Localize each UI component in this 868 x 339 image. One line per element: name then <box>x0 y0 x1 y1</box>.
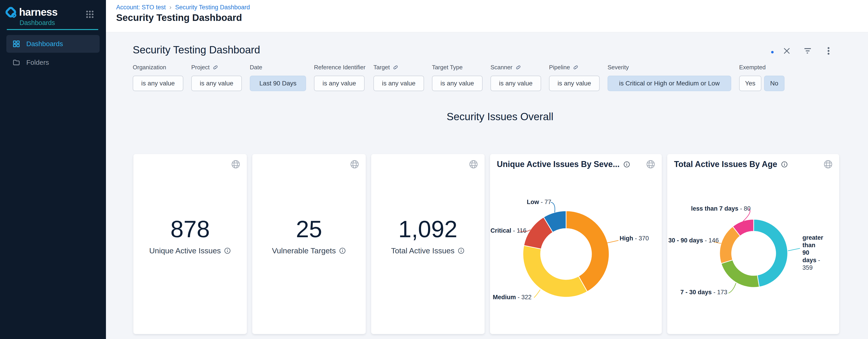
filter-option-yes[interactable]: Yes <box>739 76 762 91</box>
donut-label-high: High - 370 <box>620 235 649 242</box>
filter-label: Pipeline <box>549 63 600 72</box>
harness-logo-icon[interactable] <box>5 7 18 19</box>
cards-row: 878Unique Active Issues25Vulnerable Targ… <box>133 154 839 334</box>
brand-underline <box>7 29 98 30</box>
stat-card-unique-active-issues: 878Unique Active Issues <box>133 154 247 334</box>
donut-label-greater-than-90-days: greater than 90 days - 359 <box>802 234 823 272</box>
filter-icon[interactable] <box>803 46 812 55</box>
filter-organization: Organizationis any value <box>133 63 183 91</box>
donut-slice-medium[interactable] <box>523 245 587 297</box>
filter-reference-identifier: Reference Identifieris any value <box>314 63 366 91</box>
filter-date: DateLast 90 Days <box>250 63 306 91</box>
stat-label: Vulnerable Targets <box>252 246 366 255</box>
info-icon[interactable] <box>339 247 346 254</box>
folder-icon <box>12 58 21 66</box>
donut-slice-greater-than-90-days[interactable] <box>754 219 788 287</box>
sidebar-item-label: Folders <box>26 59 49 66</box>
cursor-dot <box>771 51 774 53</box>
breadcrumb: Account: STO test › Security Testing Das… <box>116 4 250 11</box>
module-grid-icon[interactable] <box>85 9 95 19</box>
sidebar-item-folders[interactable]: Folders <box>6 54 100 72</box>
breadcrumb-account-link[interactable]: Account: STO test <box>116 4 166 11</box>
stat-card-vulnerable-targets: 25Vulnerable Targets <box>252 154 366 334</box>
filter-exempted: ExemptedYesNo <box>739 63 784 91</box>
filter-label: Project <box>191 63 242 72</box>
stat-value: 1,092 <box>371 216 485 242</box>
filter-pipeline: Pipelineis any value <box>549 63 600 91</box>
filter-value-chip[interactable]: is any value <box>191 76 242 91</box>
link-icon <box>572 64 579 70</box>
dashboard-title: Security Testing Dashboard <box>133 44 260 56</box>
close-icon[interactable] <box>782 46 791 55</box>
link-icon <box>212 64 218 70</box>
leader-line <box>788 248 800 251</box>
breadcrumb-separator: › <box>169 4 172 11</box>
filter-label: Scanner <box>491 63 541 72</box>
donut-card-total-active-issues-by-age: Total Active Issues By Agegreater than 9… <box>667 154 839 334</box>
stat-label: Unique Active Issues <box>133 246 247 255</box>
info-icon[interactable] <box>458 247 465 254</box>
section-title: Security Issues Overall <box>133 110 867 123</box>
filter-value-chip[interactable]: Last 90 Days <box>250 76 306 91</box>
sidebar-item-dashboards[interactable]: Dashboards <box>6 35 100 53</box>
filter-label: Reference Identifier <box>314 63 366 72</box>
link-icon <box>515 64 521 70</box>
globe-icon[interactable] <box>349 159 360 169</box>
filter-severity: Severityis Critical or High or Medium or… <box>608 63 731 91</box>
donut-slice-7-30-days[interactable] <box>721 260 759 287</box>
globe-icon[interactable] <box>468 159 479 169</box>
leader-line <box>534 290 540 298</box>
app-root: harness Dashboards <box>0 0 868 339</box>
info-icon[interactable] <box>224 247 231 254</box>
stat-value: 878 <box>133 216 247 242</box>
filter-label: Target <box>373 63 424 72</box>
leader-line <box>551 202 555 213</box>
sidebar-nav: Dashboards Folders <box>0 34 106 72</box>
dashboard-content: Security Testing Dashboard Organizationi… <box>106 32 868 339</box>
filter-label: Target Type <box>432 63 483 72</box>
donut-card-unique-active-issues-by-severity: Unique Active Issues By Seve...High - 37… <box>490 154 662 334</box>
kebab-menu-icon[interactable] <box>824 46 833 55</box>
dashboards-grid-icon <box>12 40 21 48</box>
dashboard-toolbar <box>782 46 833 55</box>
top-header: Account: STO test › Security Testing Das… <box>106 0 868 32</box>
breadcrumb-dashboard-link[interactable]: Security Testing Dashboard <box>175 4 250 11</box>
page-title: Security Testing Dashboard <box>116 12 242 23</box>
filter-scanner: Scanneris any value <box>491 63 541 91</box>
sidebar: harness Dashboards <box>0 0 106 339</box>
filter-value-chip[interactable]: is any value <box>432 76 483 91</box>
filter-value-chip[interactable]: is any value <box>314 76 365 91</box>
donut-label-less-than-7-days: less than 7 days - 80 <box>691 205 751 213</box>
brand: harness Dashboards <box>0 0 106 34</box>
sidebar-item-label: Dashboards <box>26 40 63 48</box>
donut-label-critical: Critical - 116 <box>491 227 527 234</box>
filter-label: Date <box>250 63 306 72</box>
filter-label: Exempted <box>739 63 784 72</box>
filter-target: Targetis any value <box>373 63 424 91</box>
filter-label: Severity <box>608 63 731 72</box>
stat-card-total-active-issues: 1,092Total Active Issues <box>371 154 485 334</box>
donut-label-30-90-days: 30 - 90 days - 146 <box>669 237 719 244</box>
globe-icon[interactable] <box>230 159 241 169</box>
filter-value-chip[interactable]: is any value <box>549 76 600 91</box>
stat-value: 25 <box>252 216 366 242</box>
donut-label-low: Low - 77 <box>527 198 551 206</box>
filter-project: Projectis any value <box>191 63 242 91</box>
stat-label: Total Active Issues <box>371 246 485 255</box>
filter-value-chip[interactable]: is Critical or High or Medium or Low <box>608 76 731 91</box>
donut-label-7-30-days: 7 - 30 days - 173 <box>680 288 727 296</box>
leader-line <box>606 241 618 243</box>
filters-bar: Organizationis any valueProjectis any va… <box>133 63 784 91</box>
filter-label: Organization <box>133 63 183 72</box>
filter-value-chip[interactable]: is any value <box>133 76 183 91</box>
leader-line <box>728 283 736 293</box>
brand-product: Dashboards <box>20 19 55 27</box>
donut-chart <box>490 154 662 334</box>
filter-value-chip[interactable]: is any value <box>491 76 541 91</box>
filter-target-type: Target Typeis any value <box>432 63 483 91</box>
filter-value-chip[interactable]: is any value <box>373 76 424 91</box>
donut-label-medium: Medium - 322 <box>493 293 532 301</box>
filter-option-no[interactable]: No <box>764 76 784 91</box>
link-icon <box>393 64 399 70</box>
brand-name[interactable]: harness <box>19 6 57 18</box>
